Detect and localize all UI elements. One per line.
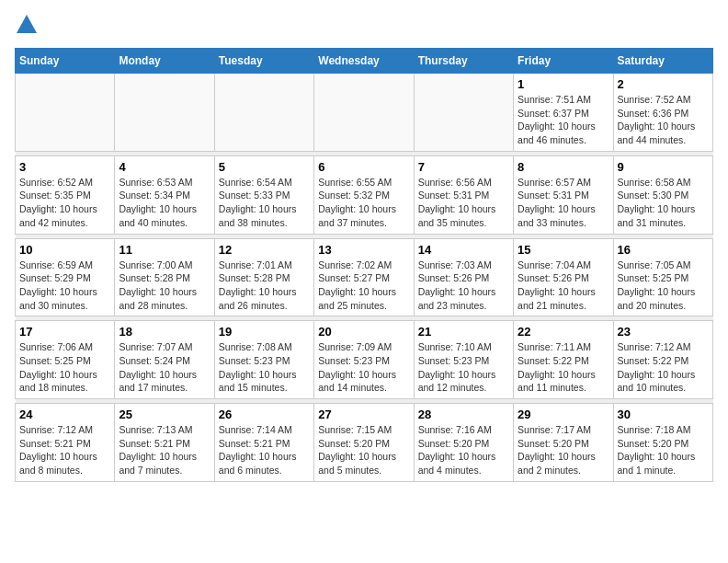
calendar-table: SundayMondayTuesdayWednesdayThursdayFrid… [15, 48, 713, 482]
day-info: Sunrise: 7:15 AM Sunset: 5:20 PM Dayligh… [318, 423, 409, 477]
day-number: 27 [318, 408, 409, 421]
day-number: 26 [219, 408, 310, 421]
day-info: Sunrise: 7:07 AM Sunset: 5:24 PM Dayligh… [119, 340, 210, 395]
day-info: Sunrise: 7:02 AM Sunset: 5:27 PM Dayligh… [318, 259, 409, 313]
day-info: Sunrise: 7:10 AM Sunset: 5:23 PM Dayligh… [418, 340, 509, 395]
day-info: Sunrise: 6:56 AM Sunset: 5:31 PM Dayligh… [418, 176, 509, 230]
day-info: Sunrise: 7:17 AM Sunset: 5:20 PM Dayligh… [518, 423, 609, 477]
svg-marker-0 [17, 15, 37, 33]
day-info: Sunrise: 7:04 AM Sunset: 5:26 PM Dayligh… [518, 259, 609, 313]
logo [15, 15, 37, 37]
day-info: Sunrise: 6:55 AM Sunset: 5:32 PM Dayligh… [318, 176, 409, 230]
calendar-cell: 6Sunrise: 6:55 AM Sunset: 5:32 PM Daylig… [314, 155, 414, 234]
day-info: Sunrise: 7:12 AM Sunset: 5:21 PM Dayligh… [19, 423, 110, 477]
day-number: 2 [618, 77, 709, 91]
day-number: 24 [19, 408, 110, 421]
calendar-cell: 29Sunrise: 7:17 AM Sunset: 5:20 PM Dayli… [514, 404, 613, 482]
day-info: Sunrise: 6:57 AM Sunset: 5:31 PM Dayligh… [518, 176, 609, 230]
day-number: 15 [518, 243, 609, 257]
day-number: 10 [19, 243, 110, 257]
calendar-cell: 8Sunrise: 6:57 AM Sunset: 5:31 PM Daylig… [514, 155, 613, 234]
calendar-cell: 1Sunrise: 7:51 AM Sunset: 6:37 PM Daylig… [514, 74, 613, 152]
day-number: 13 [318, 243, 409, 257]
day-number: 5 [219, 160, 310, 174]
day-number: 30 [618, 408, 709, 421]
day-number: 28 [418, 408, 509, 421]
calendar-cell: 17Sunrise: 7:06 AM Sunset: 5:25 PM Dayli… [16, 321, 115, 399]
day-number: 29 [518, 408, 609, 421]
day-header-friday: Friday [514, 49, 613, 74]
calendar-cell [16, 74, 115, 152]
day-info: Sunrise: 7:52 AM Sunset: 6:36 PM Dayligh… [618, 93, 709, 147]
day-number: 9 [618, 160, 709, 174]
day-header-monday: Monday [115, 49, 214, 74]
day-number: 4 [119, 160, 210, 174]
calendar-cell [314, 74, 414, 152]
day-info: Sunrise: 7:01 AM Sunset: 5:28 PM Dayligh… [219, 259, 310, 313]
calendar-week-4: 17Sunrise: 7:06 AM Sunset: 5:25 PM Dayli… [16, 321, 713, 399]
day-info: Sunrise: 7:11 AM Sunset: 5:22 PM Dayligh… [518, 340, 609, 395]
calendar-cell: 3Sunrise: 6:52 AM Sunset: 5:35 PM Daylig… [16, 155, 115, 234]
day-info: Sunrise: 7:05 AM Sunset: 5:25 PM Dayligh… [618, 259, 709, 313]
day-number: 6 [318, 160, 409, 174]
day-info: Sunrise: 7:03 AM Sunset: 5:26 PM Dayligh… [418, 259, 509, 313]
day-info: Sunrise: 7:14 AM Sunset: 5:21 PM Dayligh… [219, 423, 310, 477]
calendar-cell: 27Sunrise: 7:15 AM Sunset: 5:20 PM Dayli… [314, 404, 414, 482]
calendar-cell: 2Sunrise: 7:52 AM Sunset: 6:36 PM Daylig… [613, 74, 712, 152]
calendar-cell: 11Sunrise: 7:00 AM Sunset: 5:28 PM Dayli… [115, 238, 214, 316]
day-number: 20 [318, 325, 409, 339]
calendar-header-row: SundayMondayTuesdayWednesdayThursdayFrid… [16, 49, 713, 74]
calendar-cell: 12Sunrise: 7:01 AM Sunset: 5:28 PM Dayli… [214, 238, 313, 316]
calendar-week-5: 24Sunrise: 7:12 AM Sunset: 5:21 PM Dayli… [16, 404, 713, 482]
day-header-thursday: Thursday [414, 49, 513, 74]
calendar-week-2: 3Sunrise: 6:52 AM Sunset: 5:35 PM Daylig… [16, 155, 713, 234]
day-number: 7 [418, 160, 509, 174]
calendar-cell: 7Sunrise: 6:56 AM Sunset: 5:31 PM Daylig… [414, 155, 513, 234]
day-info: Sunrise: 7:13 AM Sunset: 5:21 PM Dayligh… [119, 423, 210, 477]
day-number: 17 [19, 325, 110, 339]
day-number: 1 [518, 77, 609, 91]
day-info: Sunrise: 7:12 AM Sunset: 5:22 PM Dayligh… [618, 340, 709, 395]
calendar-cell: 4Sunrise: 6:53 AM Sunset: 5:34 PM Daylig… [115, 155, 214, 234]
logo-triangle-icon [17, 15, 37, 33]
day-info: Sunrise: 6:59 AM Sunset: 5:29 PM Dayligh… [19, 259, 110, 313]
day-number: 3 [19, 160, 110, 174]
calendar-cell: 22Sunrise: 7:11 AM Sunset: 5:22 PM Dayli… [514, 321, 613, 399]
calendar-cell: 15Sunrise: 7:04 AM Sunset: 5:26 PM Dayli… [514, 238, 613, 316]
calendar-cell: 20Sunrise: 7:09 AM Sunset: 5:23 PM Dayli… [314, 321, 414, 399]
day-number: 21 [418, 325, 509, 339]
day-info: Sunrise: 6:54 AM Sunset: 5:33 PM Dayligh… [219, 176, 310, 230]
day-number: 16 [618, 243, 709, 257]
day-number: 22 [518, 325, 609, 339]
day-info: Sunrise: 7:16 AM Sunset: 5:20 PM Dayligh… [418, 423, 509, 477]
calendar-cell [414, 74, 513, 152]
day-number: 19 [219, 325, 310, 339]
calendar-cell: 28Sunrise: 7:16 AM Sunset: 5:20 PM Dayli… [414, 404, 513, 482]
day-header-wednesday: Wednesday [314, 49, 414, 74]
calendar-cell: 5Sunrise: 6:54 AM Sunset: 5:33 PM Daylig… [214, 155, 313, 234]
day-header-tuesday: Tuesday [214, 49, 313, 74]
calendar-cell: 23Sunrise: 7:12 AM Sunset: 5:22 PM Dayli… [613, 321, 712, 399]
calendar-cell: 18Sunrise: 7:07 AM Sunset: 5:24 PM Dayli… [115, 321, 214, 399]
calendar-cell: 21Sunrise: 7:10 AM Sunset: 5:23 PM Dayli… [414, 321, 513, 399]
day-info: Sunrise: 7:06 AM Sunset: 5:25 PM Dayligh… [19, 340, 110, 395]
day-info: Sunrise: 7:18 AM Sunset: 5:20 PM Dayligh… [618, 423, 709, 477]
day-number: 11 [119, 243, 210, 257]
day-number: 23 [618, 325, 709, 339]
calendar-week-1: 1Sunrise: 7:51 AM Sunset: 6:37 PM Daylig… [16, 74, 713, 152]
calendar-cell: 10Sunrise: 6:59 AM Sunset: 5:29 PM Dayli… [16, 238, 115, 316]
day-info: Sunrise: 7:51 AM Sunset: 6:37 PM Dayligh… [518, 93, 609, 147]
day-info: Sunrise: 6:52 AM Sunset: 5:35 PM Dayligh… [19, 176, 110, 230]
calendar-cell: 25Sunrise: 7:13 AM Sunset: 5:21 PM Dayli… [115, 404, 214, 482]
day-number: 18 [119, 325, 210, 339]
day-header-saturday: Saturday [613, 49, 712, 74]
day-info: Sunrise: 7:00 AM Sunset: 5:28 PM Dayligh… [119, 259, 210, 313]
day-info: Sunrise: 6:58 AM Sunset: 5:30 PM Dayligh… [618, 176, 709, 230]
calendar-week-3: 10Sunrise: 6:59 AM Sunset: 5:29 PM Dayli… [16, 238, 713, 316]
day-number: 14 [418, 243, 509, 257]
calendar-cell: 9Sunrise: 6:58 AM Sunset: 5:30 PM Daylig… [613, 155, 712, 234]
calendar-cell: 14Sunrise: 7:03 AM Sunset: 5:26 PM Dayli… [414, 238, 513, 316]
calendar-cell: 16Sunrise: 7:05 AM Sunset: 5:25 PM Dayli… [613, 238, 712, 316]
day-number: 12 [219, 243, 310, 257]
day-number: 25 [119, 408, 210, 421]
